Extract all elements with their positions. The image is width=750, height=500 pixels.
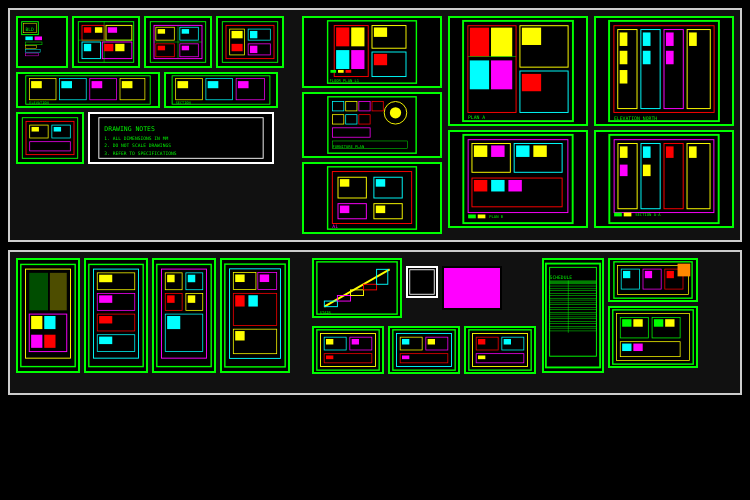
svg-rect-304 <box>633 344 642 351</box>
svg-rect-303 <box>622 344 631 351</box>
svg-text:FURNITURE PLAN: FURNITURE PLAN <box>333 145 365 149</box>
svg-rect-94 <box>338 70 344 73</box>
svg-rect-264 <box>478 339 485 345</box>
svg-rect-21 <box>84 44 91 51</box>
svg-rect-203 <box>99 337 112 345</box>
thumb-wide-1: ELEVATION <box>16 72 160 108</box>
svg-rect-224 <box>235 274 244 282</box>
svg-rect-216 <box>167 316 180 329</box>
svg-rect-302 <box>665 319 674 326</box>
svg-rect-163 <box>666 32 674 45</box>
svg-rect-45 <box>250 46 257 53</box>
svg-rect-56 <box>122 81 133 88</box>
bottom-mid-row1: STAIR <box>312 258 536 318</box>
bottom-far-right-cluster: SCHEDULE <box>542 258 734 387</box>
bottom-mid-row2 <box>312 326 536 374</box>
svg-rect-290 <box>645 271 652 278</box>
thumb-white-1: DRAWING NOTES 1. ALL DIMENSIONS IN MM 2.… <box>88 112 274 164</box>
svg-rect-23 <box>115 44 124 51</box>
top-row-1: BLD <box>16 16 296 68</box>
svg-text:SECTION: SECTION <box>176 101 191 105</box>
svg-rect-214 <box>167 295 175 303</box>
svg-rect-225 <box>260 274 269 282</box>
thumb-bot-4 <box>220 258 290 373</box>
bottom-right-row1: SCHEDULE <box>542 258 734 373</box>
svg-rect-248 <box>326 356 333 360</box>
svg-rect-36 <box>182 46 189 51</box>
thumb-large-3: ELEVATION NORTH <box>594 16 734 126</box>
svg-rect-118 <box>376 179 385 187</box>
thumb-bot-2 <box>84 258 148 373</box>
svg-text:ELEVATION NORTH: ELEVATION NORTH <box>614 116 657 121</box>
svg-rect-186 <box>29 273 48 311</box>
svg-text:1. ALL DIMENSIONS IN MM: 1. ALL DIMENSIONS IN MM <box>104 136 168 141</box>
svg-rect-256 <box>428 339 435 345</box>
svg-rect-164 <box>666 51 674 64</box>
svg-rect-144 <box>533 145 546 157</box>
top-right-cluster: FLOOR PLAN L1 <box>302 16 734 234</box>
svg-rect-63 <box>177 81 188 88</box>
svg-rect-141 <box>474 145 487 157</box>
svg-rect-177 <box>689 146 697 158</box>
top-right-col-2: PLAN A <box>448 16 588 234</box>
thumb-wide-2: SECTION <box>164 72 278 108</box>
svg-rect-165 <box>689 32 697 45</box>
svg-rect-179 <box>643 165 651 177</box>
svg-rect-246 <box>326 339 333 345</box>
svg-rect-54 <box>61 81 72 88</box>
top-right-col-1: FLOOR PLAN L1 <box>302 16 442 234</box>
svg-rect-292 <box>678 264 691 277</box>
svg-rect-202 <box>99 316 112 324</box>
svg-rect-119 <box>340 206 349 214</box>
svg-rect-228 <box>235 331 244 340</box>
svg-text:DRAWING NOTES: DRAWING NOTES <box>104 125 155 133</box>
svg-rect-4 <box>25 36 32 40</box>
svg-rect-128 <box>491 28 512 57</box>
svg-rect-148 <box>468 214 476 218</box>
bottom-panel: STAIR <box>8 250 742 395</box>
thumb-tl-1: BLD <box>16 16 68 68</box>
thumb-mid-2: FURNITURE PLAN <box>302 92 442 158</box>
svg-rect-176 <box>666 146 674 158</box>
svg-text:Ai: Ai <box>332 224 338 229</box>
svg-rect-175 <box>643 146 651 158</box>
svg-rect-55 <box>92 81 103 88</box>
svg-rect-187 <box>50 273 67 311</box>
svg-rect-43 <box>232 31 243 38</box>
svg-rect-34 <box>182 29 189 34</box>
svg-text:ELEVATION: ELEVATION <box>29 101 48 105</box>
svg-rect-149 <box>478 214 486 218</box>
svg-rect-226 <box>235 295 244 306</box>
bot-right-col <box>608 258 698 373</box>
thumb-bot-plan-2 <box>388 326 460 374</box>
thumb-large-4: SECTION A-A <box>594 130 734 228</box>
svg-rect-73 <box>54 127 61 132</box>
svg-rect-265 <box>504 339 511 345</box>
thumb-bot-1 <box>16 258 80 373</box>
svg-rect-271 <box>550 280 597 284</box>
svg-rect-22 <box>104 44 113 51</box>
svg-rect-161 <box>643 32 651 45</box>
svg-rect-201 <box>99 295 112 303</box>
thumb-stair: STAIR <box>312 258 402 318</box>
svg-rect-64 <box>208 81 219 88</box>
svg-rect-147 <box>508 180 521 192</box>
svg-rect-131 <box>522 28 541 45</box>
thumb-tl-4 <box>216 16 284 68</box>
svg-rect-35 <box>158 46 165 51</box>
svg-rect-158 <box>620 32 628 45</box>
svg-rect-44 <box>250 31 257 38</box>
svg-rect-146 <box>491 180 504 192</box>
svg-rect-213 <box>188 275 196 283</box>
svg-rect-93 <box>330 70 336 73</box>
svg-rect-72 <box>32 127 39 132</box>
svg-rect-127 <box>470 28 489 57</box>
svg-rect-87 <box>351 27 364 46</box>
thumb-bot-r1 <box>608 258 698 302</box>
svg-rect-178 <box>620 165 628 177</box>
thumb-small-white <box>406 266 438 298</box>
svg-rect-162 <box>643 51 651 64</box>
thumb-bot-plan-3 <box>464 326 536 374</box>
svg-rect-204 <box>154 262 214 370</box>
thumb-tl-2 <box>72 16 140 68</box>
